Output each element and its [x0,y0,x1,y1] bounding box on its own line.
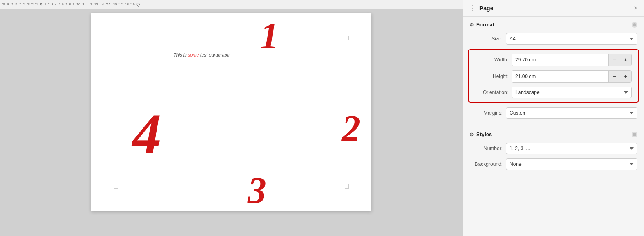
format-section-header: ⊘ Format [463,21,644,31]
canvas-area: '9 '8 '7 '6 '5 '4 '3 '2 '1 ▿ 1 2 3 4 5 6… [0,0,463,236]
text-before-strike: This is [174,52,188,57]
ruler-tick: 8 [68,2,71,6]
ruler-tick: '4 [22,2,26,6]
ruler-tick: '14 [99,2,105,6]
close-button[interactable]: × [634,5,637,12]
ruler-tick: 9 [71,2,75,6]
height-decrement-button[interactable]: − [608,71,620,82]
margins-select[interactable]: None Narrow Normal Wide Custom [506,107,637,119]
ruler-center-marker: ▿ [39,2,44,7]
width-decrement-button[interactable]: − [608,54,620,66]
svg-text:4: 4 [131,102,161,166]
format-collapse-icon[interactable]: ⊘ [470,22,474,28]
panel-title: Page [479,5,493,12]
width-label: Width: [475,57,508,63]
svg-text:1: 1 [260,15,279,56]
toggle-dot [633,23,636,26]
text-after-strike: test paragraph. [199,52,231,57]
size-row: Size: A4 A3 A5 Letter Legal Custom [463,31,644,47]
width-row: Width: − + [469,52,638,68]
format-label: Format [476,21,494,28]
format-section-title: ⊘ Format [470,21,494,28]
svg-text:2: 2 [341,108,360,149]
ruler-tick: '9 [2,2,6,6]
ruler-tick: '17 [118,2,123,6]
number-label: Number: [470,146,503,151]
ruler-tick: '11 [81,2,87,6]
number-select[interactable]: 1, 2, 3, ... i, ii, iii, ... a, b, c, ..… [506,143,637,154]
styles-toggle-dot [633,133,636,136]
height-control: − + [512,70,632,83]
size-select[interactable]: A4 A3 A5 Letter Legal Custom [506,33,637,45]
width-input[interactable] [512,54,608,66]
right-panel: ⋮ Page × ⊘ Format Size: A4 A3 A5 Letter … [463,0,644,236]
ruler-tick: 3 [51,2,54,6]
styles-section-title: ⊘ Styles [470,131,492,137]
corner-top-left [114,36,118,40]
ruler-content: '9 '8 '7 '6 '5 '4 '3 '2 '1 ▿ 1 2 3 4 5 6… [0,2,141,7]
orientation-select[interactable]: Portrait Landscape [512,87,632,98]
number-row: Number: 1, 2, 3, ... i, ii, iii, ... a, … [463,141,644,156]
orientation-row: Orientation: Portrait Landscape [469,85,638,100]
corner-top-right [345,36,349,40]
format-highlight-box: Width: − + Height: − + Orientation: [468,49,639,103]
ruler-tick: '2 [31,2,35,6]
format-section: ⊘ Format Size: A4 A3 A5 Letter Legal Cus… [463,17,644,126]
ruler-tick: '18 [124,2,129,6]
ruler-bottom-marker: ▽ [136,2,141,8]
page-paragraph-text: This is some test paragraph. [174,52,231,57]
ruler-tick: '8 [6,2,10,6]
corner-bottom-right [345,184,349,189]
height-label: Height: [475,73,508,79]
format-section-toggle[interactable] [632,22,637,28]
ruler-tick: 7 [65,2,68,6]
drag-handle-icon: ⋮ [470,4,476,12]
width-increment-button[interactable]: + [620,54,631,66]
width-control: − + [512,54,632,66]
strikethrough-text: some [188,52,199,57]
styles-section-toggle[interactable] [632,132,637,137]
size-label: Size: [470,36,503,42]
height-increment-button[interactable]: + [620,71,631,82]
margins-label: Margins: [470,110,503,116]
styles-collapse-icon[interactable]: ⊘ [470,132,474,137]
svg-text:3: 3 [247,170,266,211]
ruler-tick: 4 [54,2,57,6]
background-row: Background: None White Gray Custom [463,156,644,172]
ruler-tick: '3 [26,2,31,6]
ruler-tick: 6 [61,2,64,6]
height-row: Height: − + [469,68,638,85]
ruler-tick: '10 [75,2,81,6]
page-content: This is some test paragraph. 1 2 3 4 [91,13,371,211]
ruler-tick-bold: '15 [105,2,112,6]
height-input[interactable] [512,71,608,82]
ruler-tick: '1 [35,2,39,6]
ruler-tick: '19 [129,2,135,6]
orientation-label: Orientation: [475,90,508,95]
ruler-tick: 1 [44,2,47,6]
ruler-tick: '16 [112,2,118,6]
styles-section-header: ⊘ Styles [463,131,644,141]
styles-label: Styles [476,131,492,137]
ruler: '9 '8 '7 '6 '5 '4 '3 '2 '1 ▿ 1 2 3 4 5 6… [0,0,463,9]
ruler-tick: 2 [47,2,50,6]
corner-bottom-left [114,184,118,189]
ruler-tick: '5 [18,2,22,6]
panel-header: ⋮ Page × [463,0,644,17]
document-page: This is some test paragraph. 1 2 3 4 [91,13,371,211]
page-container: This is some test paragraph. 1 2 3 4 [0,9,463,236]
ruler-tick: '6 [14,2,18,6]
margins-row: Margins: None Narrow Normal Wide Custom [463,105,644,121]
background-select[interactable]: None White Gray Custom [506,158,637,170]
background-label: Background: [470,161,503,167]
panel-header-left: ⋮ Page [470,4,493,12]
ruler-tick: 5 [58,2,61,6]
ruler-tick: '13 [93,2,99,6]
ruler-tick: '12 [87,2,93,6]
ruler-tick: '7 [10,2,14,6]
handwritten-numbers-svg: 1 2 3 4 [91,13,371,211]
styles-section: ⊘ Styles Number: 1, 2, 3, ... i, ii, iii… [463,126,644,177]
